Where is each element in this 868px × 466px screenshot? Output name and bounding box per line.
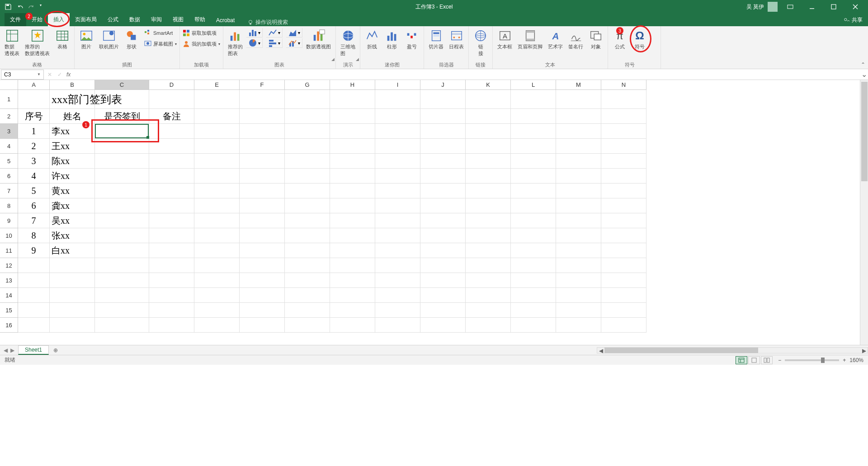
row-header-7[interactable]: 7 xyxy=(0,184,18,198)
cell-A16[interactable] xyxy=(18,318,50,333)
vertical-scrollbar-thumb[interactable] xyxy=(861,82,868,181)
cell-A7[interactable]: 5 xyxy=(18,184,50,198)
zoom-level[interactable]: 160% xyxy=(849,357,863,363)
name-box[interactable]: C3▼ xyxy=(1,70,44,80)
zoom-slider[interactable] xyxy=(785,359,839,361)
formula-input[interactable] xyxy=(72,70,860,80)
cell-H9[interactable] xyxy=(330,213,375,228)
recommended-charts-button[interactable]: 推荐的 图表 xyxy=(226,28,245,58)
cell-E9[interactable] xyxy=(194,213,240,228)
cell-A2[interactable]: 序号 xyxy=(18,109,50,124)
zoom-slider-handle[interactable] xyxy=(821,358,825,363)
cell-B14[interactable] xyxy=(50,288,95,303)
cell-C3[interactable] xyxy=(95,124,149,139)
cell-B11[interactable]: 白xx xyxy=(50,243,95,258)
cell-H2[interactable] xyxy=(330,109,375,124)
ribbon-display-icon[interactable] xyxy=(781,0,799,14)
cell-G1[interactable] xyxy=(285,90,330,109)
cell-E8[interactable] xyxy=(194,198,240,213)
cell-B6[interactable]: 许xx xyxy=(50,169,95,184)
cell-F10[interactable] xyxy=(240,228,285,243)
enter-formula-icon[interactable]: ✓ xyxy=(55,71,65,78)
cell-K6[interactable] xyxy=(466,169,511,184)
cell-J6[interactable] xyxy=(420,169,466,184)
cell-H12[interactable] xyxy=(330,258,375,273)
cell-I11[interactable] xyxy=(375,243,420,258)
cell-C10[interactable] xyxy=(95,228,149,243)
cell-E13[interactable] xyxy=(194,273,240,288)
timeline-button[interactable]: 日程表 xyxy=(447,28,466,51)
slicer-button[interactable]: 切片器 xyxy=(427,28,445,51)
cell-L5[interactable] xyxy=(511,154,556,169)
cell-M8[interactable] xyxy=(556,198,601,213)
cell-J5[interactable] xyxy=(420,154,466,169)
row-header-5[interactable]: 5 xyxy=(0,154,18,169)
cell-M6[interactable] xyxy=(556,169,601,184)
cell-C5[interactable] xyxy=(95,154,149,169)
cell-K2[interactable] xyxy=(466,109,511,124)
cell-M15[interactable] xyxy=(556,303,601,318)
cell-A11[interactable]: 9 xyxy=(18,243,50,258)
cell-L14[interactable] xyxy=(511,288,556,303)
cell-J13[interactable] xyxy=(420,273,466,288)
cell-A1[interactable] xyxy=(18,90,50,109)
cell-J16[interactable] xyxy=(420,318,466,333)
cell-E4[interactable] xyxy=(194,139,240,154)
undo-icon[interactable] xyxy=(16,3,24,10)
cell-K14[interactable] xyxy=(466,288,511,303)
tab-acrobat[interactable]: Acrobat xyxy=(211,14,240,26)
cell-H14[interactable] xyxy=(330,288,375,303)
view-page-break-icon[interactable] xyxy=(761,356,773,364)
cell-B16[interactable] xyxy=(50,318,95,333)
cell-I12[interactable] xyxy=(375,258,420,273)
row-header-9[interactable]: 9 xyxy=(0,213,18,228)
collapse-ribbon-icon[interactable]: ⌃ xyxy=(861,61,865,68)
cell-L12[interactable] xyxy=(511,258,556,273)
cell-L2[interactable] xyxy=(511,109,556,124)
cell-C2[interactable]: 是否签到 xyxy=(95,109,149,124)
cell-D9[interactable] xyxy=(149,213,194,228)
cell-K11[interactable] xyxy=(466,243,511,258)
symbol-button[interactable]: Ω符号 xyxy=(631,28,649,51)
user-avatar-icon[interactable] xyxy=(768,2,778,12)
cell-B10[interactable]: 张xx xyxy=(50,228,95,243)
cell-K8[interactable] xyxy=(466,198,511,213)
cell-N2[interactable] xyxy=(601,109,646,124)
row-header-8[interactable]: 8 xyxy=(0,198,18,213)
row-header-15[interactable]: 15 xyxy=(0,303,18,318)
row-header-6[interactable]: 6 xyxy=(0,169,18,184)
cell-D6[interactable] xyxy=(149,169,194,184)
horizontal-scrollbar[interactable]: ◀ ▶ xyxy=(597,347,868,353)
cell-J10[interactable] xyxy=(420,228,466,243)
cell-F9[interactable] xyxy=(240,213,285,228)
cell-C7[interactable] xyxy=(95,184,149,198)
cell-L8[interactable] xyxy=(511,198,556,213)
maximize-icon[interactable] xyxy=(825,0,843,14)
expand-formula-bar-icon[interactable]: ⌄ xyxy=(860,70,868,79)
cell-H15[interactable] xyxy=(330,303,375,318)
cell-F16[interactable] xyxy=(240,318,285,333)
sheet-nav-prev-icon[interactable]: ◀ xyxy=(4,347,8,353)
cell-F3[interactable] xyxy=(240,124,285,139)
cell-D12[interactable] xyxy=(149,258,194,273)
cell-N5[interactable] xyxy=(601,154,646,169)
cell-C1[interactable] xyxy=(95,90,149,109)
cell-E7[interactable] xyxy=(194,184,240,198)
pivot-chart-button[interactable]: 数据透视图 xyxy=(304,28,333,51)
charts-dialog-launcher-icon[interactable]: ◢ xyxy=(331,57,335,61)
new-sheet-button[interactable]: ⊕ xyxy=(49,347,62,353)
cell-J4[interactable] xyxy=(420,139,466,154)
cell-N3[interactable] xyxy=(601,124,646,139)
cell-C4[interactable] xyxy=(95,139,149,154)
cell-K4[interactable] xyxy=(466,139,511,154)
column-header-G[interactable]: G xyxy=(285,80,330,90)
cell-E3[interactable] xyxy=(194,124,240,139)
cell-M3[interactable] xyxy=(556,124,601,139)
cell-G3[interactable] xyxy=(285,124,330,139)
cell-K1[interactable] xyxy=(466,90,511,109)
cell-L15[interactable] xyxy=(511,303,556,318)
sparkline-line-button[interactable]: 折线 xyxy=(363,28,381,51)
column-header-B[interactable]: B xyxy=(50,80,95,90)
cell-E16[interactable] xyxy=(194,318,240,333)
cancel-formula-icon[interactable]: ✕ xyxy=(45,71,55,78)
